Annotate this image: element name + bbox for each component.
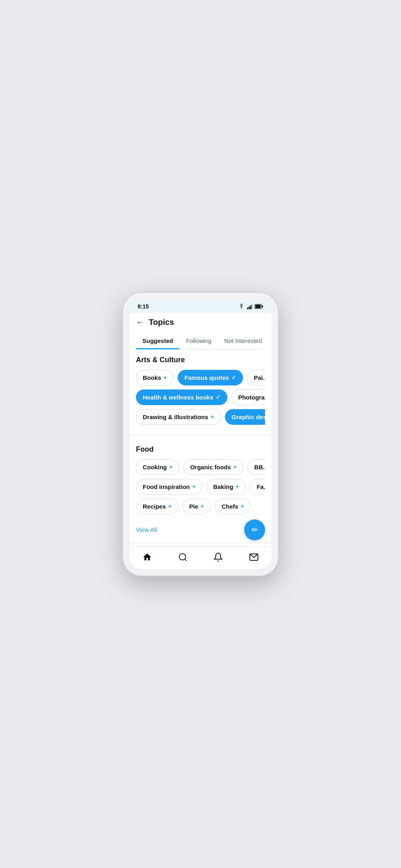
header: ← Topics Suggested Following Not Interes… — [130, 313, 271, 349]
chip-pie[interactable]: Pie + — [182, 499, 211, 514]
chip-chefs-label: Chefs — [221, 503, 238, 510]
mail-icon — [249, 552, 259, 562]
arts-row-3: Drawing & illustrations + Graphic desig.… — [136, 409, 265, 425]
nav-notifications[interactable] — [207, 551, 229, 564]
chip-cooking-label: Cooking — [143, 464, 167, 471]
chip-famous-quotes[interactable]: Famous quotes ✓ — [178, 370, 243, 385]
chip-organic-foods-icon: + — [233, 464, 237, 470]
chip-farming[interactable]: Fa... — [250, 479, 265, 495]
chip-recipes-icon: + — [168, 503, 172, 509]
food-row-1: Cooking + Organic foods + BB... — [136, 459, 265, 475]
phone-frame: 9:15 — [122, 292, 279, 576]
chip-drawing[interactable]: Drawing & illustrations + — [136, 409, 221, 425]
chip-baking-icon: + — [236, 483, 239, 490]
status-icons — [238, 304, 263, 309]
divider-2 — [130, 543, 271, 543]
chip-baking-label: Baking — [213, 483, 233, 490]
divider-1 — [130, 435, 271, 436]
content-area: Arts & Culture Books + Famous quotes ✓ P… — [130, 349, 271, 569]
chip-graphic-design-label: Graphic desig... — [232, 414, 265, 420]
compose-icon: ✏ — [251, 525, 258, 535]
header-title-row: ← Topics — [136, 318, 265, 327]
nav-messages[interactable] — [243, 551, 265, 564]
status-time: 9:15 — [138, 303, 149, 310]
svg-rect-6 — [255, 305, 261, 308]
bottom-nav — [130, 546, 271, 569]
bell-icon — [213, 552, 223, 562]
section-arts-culture: Arts & Culture Books + Famous quotes ✓ P… — [130, 349, 271, 432]
page-title: Topics — [149, 318, 174, 327]
chip-food-inspiration[interactable]: Food inspiration + — [136, 479, 203, 495]
nav-search[interactable] — [172, 551, 194, 564]
chip-pie-icon: + — [200, 503, 204, 509]
chip-books-icon: + — [164, 374, 167, 381]
section-title-food: Food — [136, 445, 265, 454]
battery-icon — [255, 304, 263, 309]
arts-row-1: Books + Famous quotes ✓ Pai... — [136, 370, 265, 385]
chip-books-label: Books — [143, 374, 161, 381]
chip-pie-label: Pie — [189, 503, 198, 510]
chip-drawing-label: Drawing & illustrations — [143, 414, 208, 420]
food-row-2: Food inspiration + Baking + Fa... — [136, 479, 265, 495]
chip-recipes-label: Recipes — [143, 503, 166, 510]
home-icon — [142, 552, 152, 562]
chip-health-wellness-icon: ✓ — [216, 394, 221, 400]
search-icon — [178, 552, 188, 562]
chip-painting[interactable]: Pai... — [247, 370, 265, 385]
chip-health-wellness-label: Health & wellness books — [143, 394, 213, 401]
arts-row-2: Health & wellness books ✓ Photography — [136, 389, 265, 405]
chip-bbq[interactable]: BB... — [247, 459, 265, 475]
svg-line-8 — [184, 559, 186, 560]
svg-rect-5 — [262, 305, 263, 307]
chip-photography[interactable]: Photography — [231, 389, 265, 405]
tabs-container: Suggested Following Not Interested — [136, 333, 265, 349]
section-title-arts: Arts & Culture — [136, 356, 265, 364]
bottom-area: ✏ — [130, 546, 271, 569]
section-food: Food Cooking + Organic foods + BB... — [130, 439, 271, 521]
chip-chefs-icon: + — [241, 503, 244, 509]
back-button[interactable]: ← — [136, 318, 144, 327]
svg-rect-1 — [249, 306, 250, 309]
chip-health-wellness[interactable]: Health & wellness books ✓ — [136, 389, 227, 405]
chip-food-inspiration-label: Food inspiration — [143, 483, 190, 490]
chip-food-inspiration-icon: + — [192, 483, 196, 490]
svg-rect-2 — [250, 305, 251, 309]
svg-rect-3 — [252, 304, 253, 309]
chip-baking[interactable]: Baking + — [207, 479, 246, 495]
chip-books[interactable]: Books + — [136, 370, 174, 385]
chip-famous-quotes-icon: ✓ — [231, 374, 236, 381]
wifi-icon — [238, 304, 245, 309]
chip-recipes[interactable]: Recipes + — [136, 499, 178, 514]
chip-chefs[interactable]: Chefs + — [215, 499, 251, 514]
food-row-3: Recipes + Pie + Chefs + — [136, 499, 265, 514]
chip-painting-label: Pai... — [254, 374, 265, 381]
status-bar: 9:15 — [130, 299, 271, 313]
chip-organic-foods[interactable]: Organic foods + — [183, 459, 243, 475]
tab-not-interested[interactable]: Not Interested — [218, 333, 268, 349]
chip-cooking-icon: + — [169, 464, 172, 470]
chip-organic-foods-label: Organic foods — [190, 464, 231, 471]
chip-bbq-label: BB... — [254, 464, 265, 471]
chip-photography-label: Photography — [238, 394, 265, 401]
chip-drawing-icon: + — [211, 414, 214, 420]
chip-famous-quotes-label: Famous quotes — [184, 374, 229, 381]
chip-cooking[interactable]: Cooking + — [136, 459, 179, 475]
svg-point-7 — [179, 554, 186, 560]
chip-graphic-design[interactable]: Graphic desig... — [225, 409, 265, 425]
signal-icon — [247, 304, 253, 309]
svg-rect-0 — [247, 308, 248, 309]
nav-home[interactable] — [136, 551, 158, 564]
compose-fab[interactable]: ✏ — [244, 519, 265, 540]
tab-suggested[interactable]: Suggested — [136, 333, 180, 349]
chip-farming-label: Fa... — [257, 483, 265, 490]
tab-following[interactable]: Following — [180, 333, 218, 349]
phone-screen: 9:15 — [130, 299, 271, 569]
